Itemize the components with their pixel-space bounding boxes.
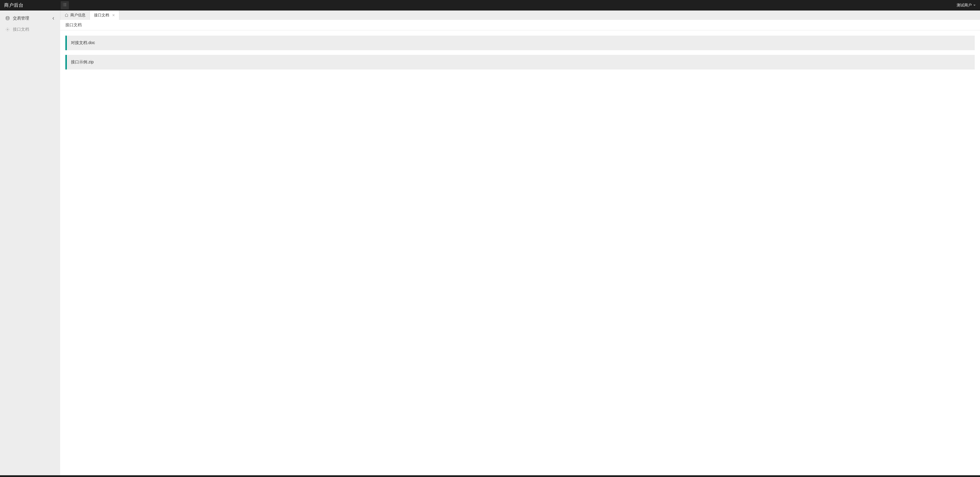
footer-bar: [0, 475, 980, 477]
sidebar-item-api-docs[interactable]: 接口文档: [0, 24, 60, 35]
content-area: 对接文档.doc 接口示例.zip: [60, 30, 980, 475]
body-container: 交易管理 接口文档 商户信息: [0, 11, 980, 475]
breadcrumb-text: 接口文档: [65, 22, 82, 28]
menu-list-icon: [62, 2, 67, 8]
sidebar-item-label: 接口文档: [13, 27, 29, 32]
sidebar-item-label: 交易管理: [13, 16, 29, 21]
database-icon: [5, 16, 10, 21]
header-bar: 商户后台 测试商户: [0, 0, 980, 11]
gear-icon: [5, 27, 10, 32]
user-name-label: 测试商户: [957, 3, 972, 8]
app-title: 商户后台: [4, 2, 23, 8]
app-root: 商户后台 测试商户 交易管理: [0, 0, 980, 477]
tab-api-docs[interactable]: 接口文档: [90, 11, 119, 20]
document-name: 接口示例.zip: [71, 59, 94, 64]
menu-toggle-button[interactable]: [61, 1, 69, 10]
home-icon: [65, 13, 68, 17]
user-dropdown[interactable]: 测试商户: [957, 3, 976, 8]
svg-point-7: [7, 29, 8, 30]
document-name: 对接文档.doc: [71, 40, 95, 45]
sidebar-item-transactions[interactable]: 交易管理: [0, 13, 60, 24]
main-area: 商户信息 接口文档 接口文档 对接文档.doc 接口示例.zip: [60, 11, 980, 475]
tab-label: 接口文档: [94, 13, 109, 18]
tab-label: 商户信息: [70, 13, 86, 18]
close-icon[interactable]: [112, 14, 115, 17]
tab-merchant-info[interactable]: 商户信息: [60, 11, 90, 20]
document-item[interactable]: 对接文档.doc: [65, 36, 975, 50]
svg-point-6: [6, 16, 10, 18]
document-item[interactable]: 接口示例.zip: [65, 55, 975, 70]
breadcrumb: 接口文档: [60, 20, 980, 30]
chevron-left-icon: [52, 17, 55, 20]
tabs-bar: 商户信息 接口文档: [60, 11, 980, 20]
caret-down-icon: [973, 3, 976, 8]
sidebar: 交易管理 接口文档: [0, 11, 60, 475]
